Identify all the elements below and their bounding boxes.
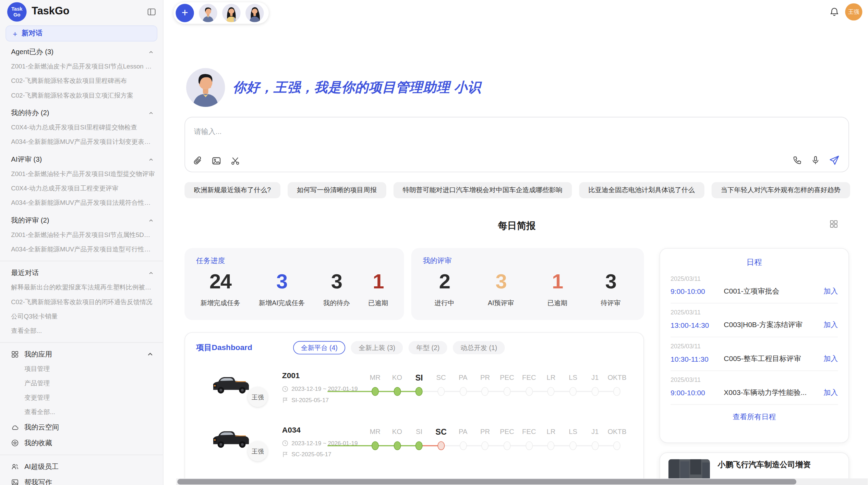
milestone-lr: LR xyxy=(540,373,562,399)
horizontal-scrollbar-track[interactable] xyxy=(176,478,868,485)
app-shortcut-item[interactable]: 项目管理 xyxy=(0,362,163,376)
milestone-dot xyxy=(591,441,599,450)
send-icon[interactable] xyxy=(829,155,840,166)
suggestion-chip[interactable]: 如何写一份清晰的项目周报 xyxy=(288,182,386,198)
chevron-up-icon[interactable] xyxy=(148,270,154,276)
sidebar-task-item[interactable]: Z001-全新燃油轻卡产品开发项目SI造型提交物评审 xyxy=(0,167,163,181)
join-meeting-link[interactable]: 加入 xyxy=(823,388,838,398)
attachment-icon[interactable] xyxy=(193,156,202,165)
milestone-line-segment xyxy=(327,445,375,446)
sidebar-item-favorites[interactable]: 我的收藏 xyxy=(0,436,163,450)
stat-value: 3 xyxy=(323,271,350,293)
sidebar-task-item[interactable]: C02-飞腾新能源轻客改款项目立项汇报方案 xyxy=(0,88,163,102)
milestone-label: SC xyxy=(430,427,452,437)
milestone-fec: FEC xyxy=(518,427,540,453)
chevron-up-icon[interactable] xyxy=(146,350,154,358)
sidebar-task-item[interactable]: A034-全新新能源MUV产品开发项目法规符合性评审 xyxy=(0,196,163,210)
schedule-list: 2025/03/11 9:00-10:00 C001-立项审批会 加入 2025… xyxy=(671,270,838,405)
image-icon[interactable] xyxy=(212,156,221,165)
sidebar-item-cloud-space[interactable]: 我的云空间 xyxy=(0,420,163,435)
milestone-dot xyxy=(459,387,467,396)
stat-label: 我的待办 xyxy=(323,298,350,308)
schedule-date: 2025/03/11 xyxy=(671,376,838,383)
milestone-dot xyxy=(547,441,555,450)
sidebar-task-item[interactable]: Z001-全新燃油轻卡产品开发项目SI节点属性5D文件评审 xyxy=(0,227,163,242)
project-row-a034[interactable]: 王强 A034 2023-12-19 ~ 2026-01-19 SC-2025-… xyxy=(185,420,643,474)
sidebar-task-item[interactable]: Z001-全新燃油皮卡产品开发项目SI节点Lesson Learn报告 xyxy=(0,59,163,74)
join-meeting-link[interactable]: 加入 xyxy=(823,320,838,330)
add-member-button[interactable]: + xyxy=(176,4,194,22)
milestone-pec: PEC xyxy=(496,427,518,453)
sidebar: Task Go TaskGo + 新对话 Agent已办 (3) xyxy=(0,0,164,485)
sidebar-item-ai-staff[interactable]: AI超级员工 xyxy=(0,460,163,474)
recent-chat-item[interactable]: 解释最新出台的欧盟报废车法规再生塑料比例被调至15%... xyxy=(0,280,163,295)
stat-value: 2 xyxy=(435,271,455,293)
sidebar-section-header[interactable]: 我的评审 (2) xyxy=(0,213,163,227)
sidebar-item-help-write[interactable]: 帮我写作 xyxy=(0,475,163,485)
sidebar-task-item[interactable]: C0X4-动力总成开发项目SI里程碑提交物检查 xyxy=(0,120,163,135)
milestone-label: PEC xyxy=(496,373,518,383)
phone-icon[interactable] xyxy=(793,156,802,165)
milestone-dot xyxy=(481,387,489,396)
mic-icon[interactable] xyxy=(811,156,820,165)
dashboard-tab[interactable]: 动总开发 (1) xyxy=(453,341,505,355)
app-shortcut-item[interactable]: 查看全部... xyxy=(0,405,163,419)
stat-label: 进行中 xyxy=(435,298,455,308)
suggestion-chip[interactable]: 特朗普可能对进口汽车增税会对中国车企造成哪些影响 xyxy=(393,182,572,198)
crew-avatar-female-1[interactable] xyxy=(222,4,240,22)
schedule-time: 13:00-14:30 xyxy=(671,321,724,329)
apps-grid-icon xyxy=(11,350,19,358)
suggestion-chip[interactable]: 比亚迪全固态电池计划具体说了什么 xyxy=(579,182,704,198)
view-all-schedule-link[interactable]: 查看所有日程 xyxy=(671,412,838,422)
chevron-up-icon[interactable] xyxy=(148,49,154,55)
join-meeting-link[interactable]: 加入 xyxy=(823,286,838,296)
app-shortcut-item[interactable]: 产品管理 xyxy=(0,376,163,390)
sidebar-task-item[interactable]: A034-全新新能源MUV产品开发项目造型可行性评审 xyxy=(0,242,163,256)
scissors-icon[interactable] xyxy=(231,156,240,165)
suggestion-chip[interactable]: 当下年轻人对汽车外观有怎样的喜好趋势 xyxy=(711,182,850,198)
sidebar-section: 我的待办 (2) C0X4-动力总成开发项目SI里程碑提交物检查 A034-全新… xyxy=(0,106,163,149)
milestone-pr: PR xyxy=(474,427,496,453)
project-flag-milestone: SC-2025-05-17 xyxy=(282,451,331,457)
recent-chat-item[interactable]: 查看全部... xyxy=(0,323,163,338)
milestone-si: SI xyxy=(408,373,430,399)
sidebar-task-item[interactable]: C0X4-动力总成开发项目工程变更评审 xyxy=(0,181,163,196)
dashboard-tab[interactable]: 全新平台 (4) xyxy=(293,341,345,355)
crew-avatar-male[interactable] xyxy=(199,4,217,22)
dashboard-tab[interactable]: 年型 (2) xyxy=(409,341,447,355)
horizontal-scrollbar-thumb[interactable] xyxy=(177,479,796,484)
sidebar-task-item[interactable]: C02-飞腾新能源轻客改款项目里程碑画布 xyxy=(0,74,163,88)
project-row-z001[interactable]: 王强 Z001 2023-12-19 ~ 2027-01-19 SI-2025-… xyxy=(185,366,643,420)
sidebar-task-item[interactable]: A034-全新新能源MUV产品开发项目计划变更表编写 xyxy=(0,135,163,149)
app-title: TaskGo xyxy=(32,5,69,17)
sidebar-item-my-apps[interactable]: 我的应用 xyxy=(0,347,163,362)
suggestion-chip[interactable]: 欧洲新规最近颁布了什么? xyxy=(184,182,280,198)
schedule-item: 2025/03/11 9:00-10:00 C001-立项审批会 加入 xyxy=(671,270,838,303)
stat-value: 1 xyxy=(547,271,567,293)
milestone-label: KO xyxy=(386,427,408,437)
new-chat-button[interactable]: + 新对话 xyxy=(5,25,157,41)
layout-grid-icon[interactable] xyxy=(830,220,838,228)
join-meeting-link[interactable]: 加入 xyxy=(823,354,838,364)
sidebar-section-header[interactable]: Agent已办 (3) xyxy=(0,45,163,59)
crew-avatar-female-2[interactable] xyxy=(245,4,264,22)
milestone-dot xyxy=(547,387,555,396)
collapse-sidebar-icon[interactable] xyxy=(147,7,156,16)
chevron-up-icon[interactable] xyxy=(148,157,154,163)
message-composer[interactable]: 请输入... xyxy=(184,117,849,172)
image-icon xyxy=(11,478,19,485)
chevron-up-icon[interactable] xyxy=(148,110,154,116)
my-apps-list: 项目管理产品管理变更管理查看全部... xyxy=(0,362,163,419)
sidebar-section-header[interactable]: AI评审 (3) xyxy=(0,152,163,167)
milestone-label: MR xyxy=(364,427,386,437)
sidebar-section-header[interactable]: 我的待办 (2) xyxy=(0,106,163,120)
milestone-pr: PR xyxy=(474,373,496,399)
recent-chats-header[interactable]: 最近对话 xyxy=(0,266,163,280)
milestone-dot xyxy=(526,387,533,396)
chevron-up-icon[interactable] xyxy=(148,217,154,224)
sidebar-section-title: Agent已办 (3) xyxy=(11,47,53,57)
app-shortcut-item[interactable]: 变更管理 xyxy=(0,390,163,405)
dashboard-tab[interactable]: 全新上装 (3) xyxy=(351,341,403,355)
recent-chat-item[interactable]: C02-飞腾新能源轻客改款项目的闭环通告反馈情况 xyxy=(0,295,163,309)
recent-chat-item[interactable]: 公司Q3轻卡销量 xyxy=(0,309,163,323)
